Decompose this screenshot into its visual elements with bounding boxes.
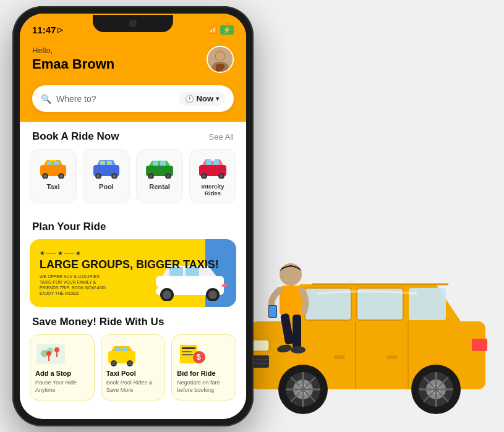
svg-rect-96 — [280, 286, 302, 316]
svg-point-48 — [54, 347, 59, 352]
ride-card-rental[interactable]: Rental — [136, 149, 183, 203]
search-container[interactable]: 🔍 Where to? 🕐 Now ▾ — [32, 85, 234, 112]
ride-card-taxi[interactable]: Taxi — [30, 149, 77, 203]
svg-point-54 — [112, 362, 116, 365]
svg-text:$: $ — [197, 353, 201, 362]
svg-rect-22 — [153, 161, 158, 166]
user-name: Emaa Brown — [32, 56, 114, 72]
wifi-icon: 📶 — [208, 25, 217, 34]
svg-point-19 — [102, 161, 105, 164]
plan-section-title: Plan Your Ride — [32, 221, 106, 233]
taxi-pool-title: Taxi Pool — [106, 370, 160, 377]
now-label: Now — [197, 94, 213, 103]
svg-rect-60 — [182, 354, 193, 355]
svg-point-3 — [216, 51, 225, 61]
add-stop-sub: Pause Your Ride Anytime — [35, 379, 89, 394]
bid-sub: Negotiate on fare before booking — [177, 379, 231, 394]
avatar[interactable] — [207, 46, 234, 73]
app-header: Hello, Emaa Brown — [20, 41, 246, 85]
add-stop-icon — [35, 341, 66, 367]
save-section-title: Save Money! Ride With Us — [32, 316, 164, 328]
status-time: 11:47 ▷ — [32, 25, 62, 35]
svg-point-56 — [128, 362, 132, 365]
promo-main-title: LARGE GROUPS, BIGGER TAXIS! — [40, 259, 226, 271]
save-card-bid[interactable]: $ Bid for Ride Negotiate on fare before … — [171, 334, 236, 400]
clock-icon: 🕐 — [185, 95, 194, 103]
svg-rect-23 — [160, 161, 166, 166]
svg-point-20 — [107, 161, 109, 164]
book-section-header: Book A Ride Now See All — [20, 122, 246, 149]
svg-rect-35 — [211, 159, 215, 161]
bid-title: Bid for Ride — [177, 370, 231, 377]
taxi-pool-sub: Book Pool Rides & Save More — [106, 379, 160, 394]
save-card-add-stop[interactable]: Add a Stop Pause Your Ride Anytime — [30, 334, 95, 400]
ride-types-list: Taxi — [20, 149, 246, 212]
svg-point-10 — [59, 174, 63, 178]
see-all-link[interactable]: See All — [209, 132, 234, 142]
svg-rect-102 — [269, 306, 276, 317]
svg-point-16 — [96, 174, 100, 178]
svg-point-18 — [113, 174, 116, 178]
svg-rect-6 — [54, 161, 59, 165]
add-stop-title: Add a Stop — [35, 370, 89, 377]
phone-notch — [93, 15, 173, 32]
phone-camera — [129, 20, 137, 27]
phone-screen: 11:47 ▷ 📶 ⚡ Hello, Emaa Brown — [20, 14, 246, 419]
svg-rect-11 — [50, 160, 56, 161]
svg-rect-90 — [334, 355, 345, 359]
plan-section-header: Plan Your Ride — [20, 212, 246, 239]
screen-content: Book A Ride Now See All — [20, 122, 246, 419]
svg-rect-51 — [115, 347, 121, 351]
location-icon: ▷ — [58, 26, 62, 34]
svg-rect-91 — [387, 355, 398, 359]
greeting-block: Hello, Emaa Brown — [32, 46, 114, 72]
pool-label: Pool — [99, 183, 114, 190]
svg-point-27 — [166, 174, 170, 178]
svg-point-8 — [43, 174, 47, 178]
svg-rect-58 — [182, 347, 195, 349]
now-button[interactable]: 🕐 Now ▾ — [179, 91, 225, 106]
bid-icon: $ — [177, 341, 208, 367]
phone-frame: 11:47 ▷ 📶 ⚡ Hello, Emaa Brown — [12, 6, 254, 426]
intercity-label: Intercity Rides — [194, 183, 232, 197]
rental-label: Rental — [149, 183, 170, 190]
taxi-pool-icon — [106, 341, 137, 367]
person-illustration — [260, 259, 322, 370]
svg-rect-52 — [122, 347, 128, 351]
svg-rect-97 — [280, 313, 294, 345]
battery-icon: ⚡ — [220, 25, 234, 35]
rental-icon — [143, 156, 176, 179]
svg-point-25 — [149, 174, 153, 178]
taxi-label: Taxi — [46, 183, 59, 190]
svg-rect-30 — [213, 160, 219, 165]
taxi-icon — [37, 156, 69, 179]
promo-banner[interactable]: ★——★——★ LARGE GROUPS, BIGGER TAXIS! WE O… — [30, 239, 236, 307]
save-money-cards: Add a Stop Pause Your Ride Anytime — [20, 334, 246, 410]
save-section-header: Save Money! Ride With Us — [20, 307, 246, 334]
ride-card-pool[interactable]: Pool — [83, 149, 130, 203]
svg-rect-5 — [47, 161, 52, 165]
svg-rect-29 — [206, 160, 211, 165]
plan-section: ★——★——★ LARGE GROUPS, BIGGER TAXIS! WE O… — [20, 239, 246, 307]
time-display: 11:47 — [32, 25, 56, 35]
svg-point-32 — [202, 174, 206, 178]
svg-point-34 — [220, 174, 223, 178]
chevron-down-icon: ▾ — [216, 95, 219, 102]
search-icon: 🔍 — [41, 94, 51, 104]
promo-stars: ★——★——★ — [40, 250, 226, 256]
promo-text-area: ★——★——★ LARGE GROUPS, BIGGER TAXIS! WE O… — [40, 250, 226, 296]
save-card-taxi-pool[interactable]: Taxi Pool Book Pool Rides & Save More — [101, 334, 166, 400]
avatar-image — [208, 47, 233, 72]
svg-point-99 — [276, 344, 293, 354]
svg-point-100 — [291, 346, 305, 354]
svg-point-46 — [46, 351, 51, 356]
search-bar-section: 🔍 Where to? 🕐 Now ▾ — [20, 85, 246, 122]
search-placeholder: Where to? — [56, 94, 174, 104]
svg-rect-98 — [293, 315, 301, 349]
book-section-title: Book A Ride Now — [32, 130, 119, 143]
pool-icon — [90, 156, 122, 179]
svg-rect-72 — [472, 339, 487, 351]
promo-sub-text: WE OFFER SUV & LUXURIES TAXIS FOR YOUR F… — [40, 274, 108, 296]
ride-card-intercity[interactable]: Intercity Rides — [189, 149, 236, 203]
status-icons: 📶 ⚡ — [208, 25, 234, 35]
